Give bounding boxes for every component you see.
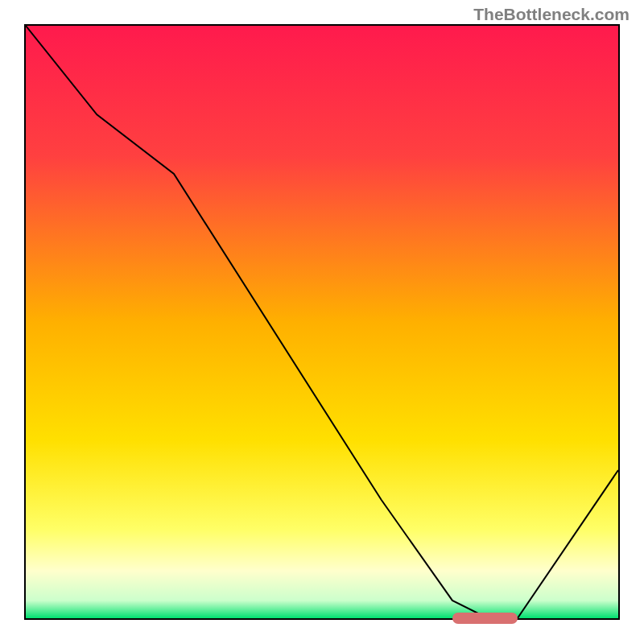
gradient-background [26, 26, 618, 618]
svg-rect-0 [26, 26, 618, 618]
chart-plot-area [24, 24, 620, 620]
optimal-range-marker [452, 613, 518, 624]
watermark-text: TheBottleneck.com [473, 5, 630, 24]
